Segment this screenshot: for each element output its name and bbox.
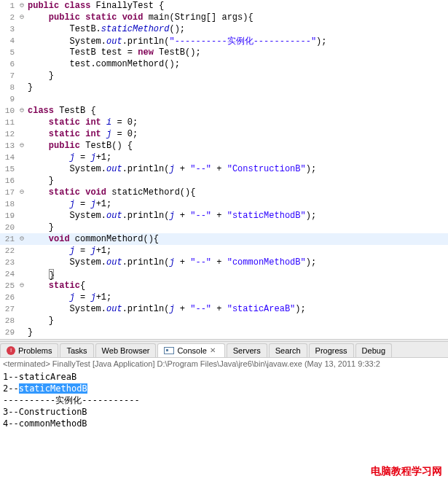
tab-search[interactable]: Search — [269, 343, 307, 357]
fold-toggle — [17, 35, 26, 47]
code-line[interactable]: 29} — [0, 327, 448, 338]
code-content[interactable]: System.out.println("----------实例化-------… — [26, 35, 448, 47]
fold-toggle — [17, 222, 26, 233]
code-line[interactable]: 17⊖ static void staticMethord(){ — [0, 187, 448, 198]
code-line[interactable]: 12 static int j = 0; — [0, 128, 448, 140]
fold-toggle[interactable]: ⊖ — [17, 233, 26, 245]
fold-toggle — [17, 292, 26, 303]
code-content[interactable]: test.commonMethord(); — [26, 58, 448, 70]
fold-toggle[interactable]: ⊖ — [17, 187, 26, 198]
code-content[interactable]: void commonMethord(){ — [26, 233, 448, 245]
code-content[interactable] — [26, 93, 448, 105]
code-content[interactable]: j = j+1; — [26, 245, 448, 257]
code-content[interactable]: System.out.println(j + "--" + "commonMet… — [26, 257, 448, 268]
code-line[interactable]: 3 TestB.staticMethord(); — [0, 23, 448, 35]
code-line[interactable]: 21⊖ void commonMethord(){ — [0, 233, 448, 245]
line-number: 22 — [0, 245, 17, 257]
fold-toggle — [17, 245, 26, 257]
code-content[interactable]: } — [26, 175, 448, 187]
line-number: 4 — [0, 35, 17, 47]
code-line[interactable]: 24 } — [0, 268, 448, 280]
code-line[interactable]: 10⊖class TestB { — [0, 105, 448, 117]
fold-toggle[interactable]: ⊖ — [17, 12, 26, 23]
tab-debug[interactable]: Debug — [355, 343, 392, 357]
code-content[interactable]: System.out.println(j + "--" + "staticMet… — [26, 210, 448, 222]
code-line[interactable]: 5 TestB test = new TestB(); — [0, 47, 448, 58]
code-content[interactable]: } — [26, 222, 448, 233]
fold-toggle — [17, 210, 26, 222]
fold-toggle — [17, 175, 26, 187]
line-number: 17 — [0, 187, 17, 198]
code-content[interactable]: } — [26, 268, 448, 280]
code-line[interactable]: 27 System.out.println(j + "--" + "static… — [0, 303, 448, 315]
code-line[interactable]: 23 System.out.println(j + "--" + "common… — [0, 257, 448, 268]
code-content[interactable]: public TestB() { — [26, 140, 448, 152]
fold-toggle — [17, 128, 26, 140]
tab-tasks[interactable]: Tasks — [60, 343, 93, 357]
code-content[interactable]: static int j = 0; — [26, 128, 448, 140]
code-content[interactable]: static{ — [26, 280, 448, 292]
line-number: 10 — [0, 105, 17, 117]
code-content[interactable]: TestB.staticMethord(); — [26, 23, 448, 35]
fold-toggle[interactable]: ⊖ — [17, 0, 26, 12]
code-content[interactable]: j = j+1; — [26, 152, 448, 163]
code-line[interactable]: 25⊖ static{ — [0, 280, 448, 292]
line-number: 2 — [0, 12, 17, 23]
code-content[interactable]: } — [26, 70, 448, 82]
fold-toggle[interactable]: ⊖ — [17, 140, 26, 152]
fold-toggle[interactable]: ⊖ — [17, 105, 26, 117]
code-line[interactable]: 16 } — [0, 175, 448, 187]
code-line[interactable]: 15 System.out.println(j + "--" + "Constr… — [0, 163, 448, 175]
line-number: 21 — [0, 233, 17, 245]
console-line[interactable]: 2--staticMethodB — [3, 383, 445, 394]
code-editor[interactable]: 1⊖public class FinallyTest {2⊖ public st… — [0, 0, 448, 339]
line-number: 13 — [0, 140, 17, 152]
code-line[interactable]: 18 j = j+1; — [0, 198, 448, 210]
code-line[interactable]: 8} — [0, 82, 448, 93]
line-number: 9 — [0, 93, 17, 105]
tab-problems[interactable]: !Problems — [0, 343, 58, 357]
code-line[interactable]: 7 } — [0, 70, 448, 82]
code-content[interactable]: System.out.println(j + "--" + "Construct… — [26, 163, 448, 175]
console-line[interactable]: ----------实例化----------- — [3, 394, 445, 406]
fold-toggle — [17, 163, 26, 175]
code-line[interactable]: 13⊖ public TestB() { — [0, 140, 448, 152]
code-line[interactable]: 2⊖ public static void main(String[] args… — [0, 12, 448, 23]
code-line[interactable]: 1⊖public class FinallyTest { — [0, 0, 448, 12]
code-content[interactable]: } — [26, 315, 448, 327]
console-output[interactable]: 1--staticAreaB2--staticMethodB----------… — [0, 370, 448, 431]
code-content[interactable]: public static void main(String[] args){ — [26, 12, 448, 23]
code-line[interactable]: 11 static int i = 0; — [0, 117, 448, 128]
code-content[interactable]: static int i = 0; — [26, 117, 448, 128]
code-content[interactable]: public class FinallyTest { — [26, 0, 448, 12]
tab-servers[interactable]: Servers — [227, 343, 267, 357]
line-number: 26 — [0, 292, 17, 303]
fold-toggle[interactable]: ⊖ — [17, 280, 26, 292]
code-content[interactable]: } — [26, 82, 448, 93]
code-line[interactable]: 4 System.out.println("----------实例化-----… — [0, 35, 448, 47]
tab-progress[interactable]: Progress — [309, 343, 354, 357]
code-content[interactable]: System.out.println(j + "--" + "staticAre… — [26, 303, 448, 315]
line-number: 5 — [0, 47, 17, 58]
code-line[interactable]: 19 System.out.println(j + "--" + "static… — [0, 210, 448, 222]
code-content[interactable]: } — [26, 327, 448, 338]
code-line[interactable]: 6 test.commonMethord(); — [0, 58, 448, 70]
code-line[interactable]: 28 } — [0, 315, 448, 327]
code-line[interactable]: 14 j = j+1; — [0, 152, 448, 163]
code-line[interactable]: 26 j = j+1; — [0, 292, 448, 303]
code-content[interactable]: class TestB { — [26, 105, 448, 117]
console-line[interactable]: 1--staticAreaB — [3, 371, 445, 383]
line-number: 20 — [0, 222, 17, 233]
code-content[interactable]: static void staticMethord(){ — [26, 187, 448, 198]
code-content[interactable]: j = j+1; — [26, 198, 448, 210]
code-content[interactable]: j = j+1; — [26, 292, 448, 303]
close-icon[interactable]: ✕ — [210, 346, 219, 355]
code-content[interactable]: TestB test = new TestB(); — [26, 47, 448, 58]
code-line[interactable]: 20 } — [0, 222, 448, 233]
code-line[interactable]: 22 j = j+1; — [0, 245, 448, 257]
tab-console[interactable]: Console✕ — [157, 343, 224, 357]
tab-webbrowser[interactable]: Web Browser — [95, 343, 157, 357]
console-line[interactable]: 4--commonMethodB — [3, 418, 445, 429]
code-line[interactable]: 9 — [0, 93, 448, 105]
console-line[interactable]: 3--ConstructionB — [3, 406, 445, 418]
